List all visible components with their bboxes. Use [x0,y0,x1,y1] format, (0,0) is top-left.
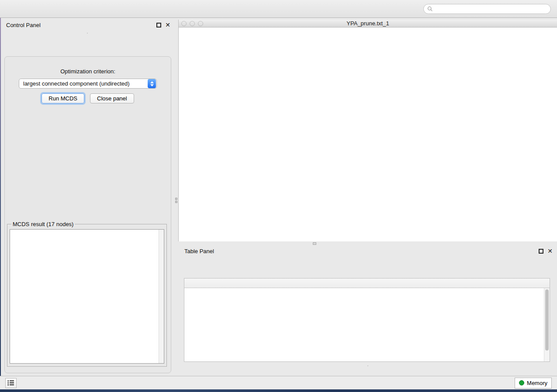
close-panel-icon[interactable]: ✕ [165,23,170,28]
panel-splitter[interactable] [175,20,178,376]
search-icon [427,6,433,12]
mcds-tab-content: Optimization criterion: largest connecte… [4,56,171,373]
control-panel-tabbar [0,33,175,34]
mcds-result-group: MCDS result (17 nodes) [7,221,167,367]
workspace: Control Panel ✕ Optimization criterion: … [0,18,557,376]
control-panel-title: Control Panel [6,22,41,28]
memory-status-icon [519,380,524,385]
list-icon [7,380,14,386]
control-panel: Control Panel ✕ Optimization criterion: … [0,20,175,376]
table-panel-header: Table Panel ✕ [178,246,557,256]
right-column: YPA_prune.txt_1 Table Panel [178,20,557,376]
search-input[interactable] [435,6,547,12]
table-tabbar [178,365,557,366]
list-scrollbar[interactable] [159,230,164,363]
desktop-edge [0,18,1,376]
table-panel: Table Panel ✕ [178,246,557,376]
close-panel-button[interactable]: Close panel [90,93,134,103]
close-table-panel-icon[interactable]: ✕ [547,249,553,254]
status-bar: Memory [0,376,557,389]
network-canvas[interactable] [179,28,557,241]
table-splitter[interactable] [178,241,557,246]
criterion-value: largest connected component (undirected) [19,80,148,87]
table-scrollbar[interactable] [544,288,550,361]
memory-label: Memory [527,380,547,386]
optimization-criterion-label: Optimization criterion: [5,68,171,75]
task-history-button[interactable] [5,378,17,388]
criterion-dropdown[interactable]: largest connected component (undirected) [19,79,157,89]
desktop-wallpaper [0,389,557,392]
main-toolbar [0,0,557,18]
float-panel-icon[interactable] [156,23,161,28]
table-panel-title: Table Panel [184,248,214,254]
table-splitter-handle-icon[interactable] [313,242,316,245]
network-titlebar: YPA_prune.txt_1 [179,20,557,28]
splitter-handle-icon[interactable] [175,198,177,204]
network-title: YPA_prune.txt_1 [179,20,557,27]
mcds-result-title: MCDS result (17 nodes) [11,221,75,227]
cytoscape-window: Control Panel ✕ Optimization criterion: … [0,0,557,392]
dropdown-stepper-icon [148,79,156,88]
mcds-result-list[interactable] [10,229,164,364]
control-panel-header: Control Panel ✕ [0,20,175,30]
table-toolbar [184,258,551,277]
memory-button[interactable]: Memory [515,378,552,389]
node-table[interactable] [184,278,550,362]
network-window: YPA_prune.txt_1 [178,20,557,241]
table-scrollbar-thumb[interactable] [545,289,549,351]
search-box[interactable] [423,4,551,14]
run-mcds-button[interactable]: Run MCDS [42,93,84,103]
float-table-panel-icon[interactable] [539,249,543,254]
